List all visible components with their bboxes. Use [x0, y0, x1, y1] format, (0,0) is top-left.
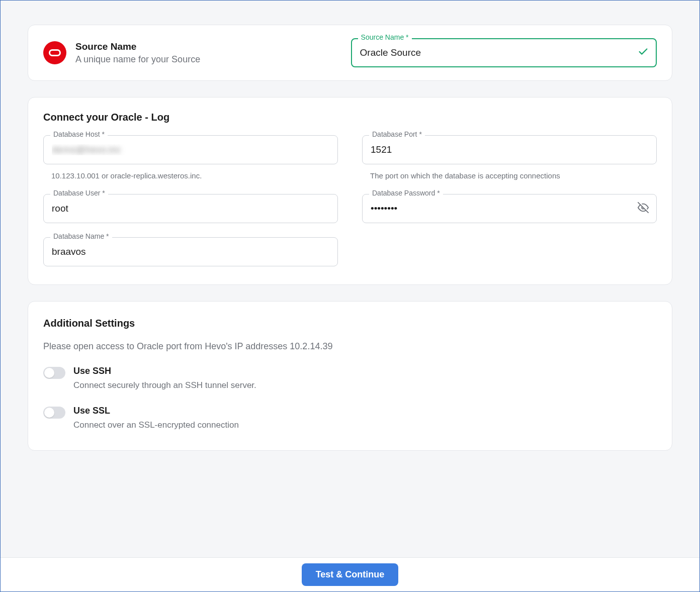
db-host-input[interactable] [43, 135, 338, 164]
additional-title: Additional Settings [43, 318, 657, 329]
db-user-wrapper: Database User * [43, 194, 338, 223]
db-name-group: Database Name * [43, 237, 338, 266]
db-host-helper: 10.123.10.001 or oracle-replica.westeros… [43, 171, 338, 180]
ssl-desc: Connect over an SSL-encrypted connection [73, 420, 239, 430]
ssh-label: Use SSH [73, 366, 256, 376]
connect-card: Connect your Oracle - Log Database Host … [28, 97, 672, 285]
db-password-label: Database Password * [369, 189, 443, 197]
connect-title: Connect your Oracle - Log [43, 112, 657, 123]
db-port-input[interactable] [362, 135, 657, 164]
db-password-wrapper: Database Password * [362, 194, 657, 223]
source-name-input[interactable] [351, 38, 657, 67]
toggle-knob [44, 368, 54, 378]
test-continue-button[interactable]: Test & Continue [302, 563, 399, 586]
db-host-label: Database Host * [50, 130, 108, 138]
oracle-logo-icon [43, 41, 66, 64]
ssl-toggle-row: Use SSL Connect over an SSL-encrypted co… [43, 406, 657, 430]
db-host-group: Database Host * 10.123.10.001 or oracle-… [43, 135, 338, 180]
ssh-text: Use SSH Connect securely through an SSH … [73, 366, 256, 390]
source-name-label: Source Name * [358, 33, 412, 41]
check-icon [638, 46, 649, 59]
db-user-group: Database User * [43, 194, 338, 223]
db-port-helper: The port on which the database is accept… [362, 171, 657, 180]
ssh-toggle-row: Use SSH Connect securely through an SSH … [43, 366, 657, 390]
ssh-toggle[interactable] [43, 367, 65, 379]
eye-off-icon[interactable] [638, 202, 649, 215]
main-content: Source Name A unique name for your Sourc… [1, 1, 699, 558]
source-name-field-wrapper: Source Name * [351, 38, 657, 67]
db-password-group: Database Password * [362, 194, 657, 223]
source-name-card: Source Name A unique name for your Sourc… [28, 25, 672, 81]
source-left: Source Name A unique name for your Sourc… [43, 41, 338, 65]
db-name-input[interactable] [43, 237, 338, 266]
field-grid: Database Host * 10.123.10.001 or oracle-… [43, 135, 657, 266]
source-right: Source Name * [351, 38, 657, 67]
db-port-label: Database Port * [369, 130, 425, 138]
db-name-wrapper: Database Name * [43, 237, 338, 266]
source-title: Source Name [75, 41, 200, 52]
ssl-text: Use SSL Connect over an SSL-encrypted co… [73, 406, 239, 430]
db-name-label: Database Name * [50, 232, 112, 240]
ssl-label: Use SSL [73, 406, 239, 416]
db-port-wrapper: Database Port * [362, 135, 657, 164]
ssl-toggle[interactable] [43, 407, 65, 419]
additional-desc: Please open access to Oracle port from H… [43, 341, 657, 352]
source-description: A unique name for your Source [75, 54, 200, 65]
db-host-wrapper: Database Host * [43, 135, 338, 164]
db-user-input[interactable] [43, 194, 338, 223]
db-port-group: Database Port * The port on which the da… [362, 135, 657, 180]
footer-bar: Test & Continue [1, 557, 699, 591]
db-password-input[interactable] [362, 194, 657, 223]
ssh-desc: Connect securely through an SSH tunnel s… [73, 380, 256, 390]
additional-settings-card: Additional Settings Please open access t… [28, 301, 672, 451]
source-text-block: Source Name A unique name for your Sourc… [75, 41, 200, 65]
db-user-label: Database User * [50, 189, 108, 197]
toggle-knob [44, 408, 54, 418]
